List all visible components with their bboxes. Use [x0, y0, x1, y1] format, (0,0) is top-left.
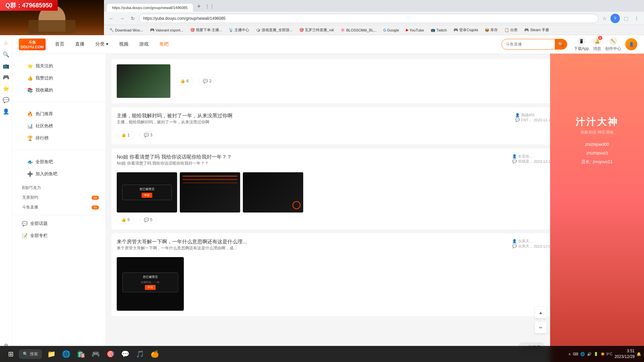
sub-item-valorant[interactable]: 无畏契约 99 — [12, 193, 106, 202]
left-icon-person[interactable]: 👤 — [1, 106, 11, 116]
more-button[interactable]: ⋮ — [632, 14, 641, 23]
taskbar-app-steam[interactable]: 🎮 — [89, 347, 102, 361]
nav-divider-3 — [12, 215, 106, 215]
bookmark-valorant-live[interactable]: 🎯 瓦罗兰特直播_val — [297, 26, 336, 34]
left-icon-chat[interactable]: 💬 — [1, 95, 11, 105]
nav-item-hot[interactable]: 🔥 热门推荐 — [20, 108, 98, 120]
creator-center-button[interactable]: ✏️ 创作中心 — [605, 37, 621, 52]
bookmark-game-live[interactable]: 🎲 游戏直播_全部游... — [253, 26, 295, 34]
nav-item-saved[interactable]: 📚 我收藏的 — [20, 84, 98, 96]
bookmark-valorant[interactable]: 🎮 Valorant esport... — [147, 27, 186, 33]
taskbar-app-files[interactable]: 📁 — [45, 347, 58, 361]
ban-appeal-btn[interactable]: 申诉 — [142, 193, 152, 198]
bookmark-steam[interactable]: 🎮 Steam 手册 — [522, 26, 552, 34]
bookmark-order[interactable]: 🎯 我要下单·主播... — [187, 26, 225, 34]
nav-item-hot-list[interactable]: 📊 社区热榜 — [20, 120, 98, 132]
sub-item-douyu[interactable]: 斗鱼直播 99 — [12, 202, 106, 212]
nav-item-liked[interactable]: 👍 我赞过的 — [20, 72, 98, 84]
taskbar-app-chat[interactable]: 💬 — [118, 347, 132, 361]
tab-menu-button[interactable]: ⋮⋮ — [205, 2, 214, 11]
post-top-comment[interactable]: 💬 2 — [199, 77, 216, 85]
tray-expand[interactable]: ∧ — [568, 352, 571, 356]
bookmark-button[interactable]: ☆ — [600, 14, 609, 23]
search-input[interactable] — [501, 39, 555, 50]
user-avatar[interactable]: 👤 — [625, 38, 637, 50]
left-nav-panel: ⭐ 我关注的 👍 我赞过的 📚 我收藏的 🔥 热门推荐 📊 社区热榜 — [12, 54, 106, 362]
post-2-comment[interactable]: 💬 5 — [140, 216, 157, 224]
post-2-likes: 5 — [127, 218, 130, 222]
bookmark-csgola[interactable]: 🎮 登录Csgola — [451, 26, 481, 34]
taskbar-app-chrome[interactable]: 🌐 — [59, 347, 73, 361]
post-3-channel-name: 台风天... — [518, 244, 532, 249]
bookmark-streamer-center[interactable]: 📡 主播中心 — [226, 26, 252, 34]
post-1-title[interactable]: 主播，能给我解封吗，被封了一年，从来没黑过你啊 — [117, 113, 232, 119]
taskbar-search[interactable]: 🔍 搜索 — [19, 349, 42, 359]
search-button[interactable]: 🔍 — [555, 39, 567, 50]
back-button[interactable]: ← — [107, 14, 116, 23]
post-1-like[interactable]: 👍 1 — [117, 131, 134, 139]
url-bar[interactable] — [139, 14, 598, 23]
taskbar-app-orange[interactable]: 🍊 — [148, 347, 161, 361]
bookmark-download-woo[interactable]: 🔧 Download Woo... — [107, 27, 146, 33]
left-icon-search[interactable]: 🔍 — [1, 49, 11, 59]
music-icon: 🎵 — [136, 350, 144, 358]
post-3-title[interactable]: 来个房管大哥解一下啊，一年什么意思啊还有这是什么理... — [117, 239, 507, 245]
post-2-like[interactable]: 👍 5 — [117, 216, 134, 224]
left-icon-home[interactable]: ⌂ — [1, 38, 11, 48]
sub-item-chocolate[interactable]: B加巧克力 — [12, 183, 106, 193]
main-content: 👍 6 💬 2 主播，能给我解封吗，被封了一年，从来没黑过你啊 主播 — [106, 54, 574, 362]
taskbar-clock[interactable]: 3:51 2023/12/29 — [614, 348, 635, 360]
taskbar-start-button[interactable]: ⊞ — [3, 346, 19, 362]
nav-live[interactable]: 直播 — [72, 40, 87, 49]
nav-item-all-fish[interactable]: 🐟 全部鱼吧 — [20, 156, 98, 168]
bookmark-youtube[interactable]: ▶ YouTube — [403, 27, 427, 33]
forward-button[interactable]: → — [117, 14, 127, 23]
bookmark-google[interactable]: G Google — [381, 27, 402, 33]
nav-section-hot: 🔥 热门推荐 📊 社区热榜 🏆 排行榜 — [12, 105, 106, 147]
refresh-button[interactable]: ↻ — [128, 14, 138, 23]
left-icon-live[interactable]: 📺 — [1, 61, 11, 71]
nav-games[interactable]: 游戏 — [137, 40, 151, 49]
nav-home[interactable]: 首页 — [52, 40, 67, 49]
topics-icon: 💬 — [21, 221, 28, 227]
bookmark-category[interactable]: 📋 分类 — [502, 26, 520, 34]
streamer-ids: zhizhipwd00 zhizhipwd3 店长: zmqovo11 — [581, 140, 612, 166]
left-sidebar: ⌂ 🔍 📺 🎮 ⭐ 💬 👤 ⚙ 🌙 — [0, 35, 12, 362]
post-2-title[interactable]: No姐 你看清楚了吗 我给你说话呢你给我封一年？？ — [117, 154, 507, 160]
browser-tab[interactable]: https://yuba.douyu.com/group/newall/1496… — [107, 4, 193, 12]
bookmark-twitch[interactable]: 📺 Twitch — [428, 27, 449, 33]
volume-icon[interactable]: 🔊 — [587, 352, 592, 356]
notification-btn[interactable]: 🔔 — [637, 352, 641, 356]
left-icon-game[interactable]: 🎮 — [1, 72, 11, 82]
taskbar-app-music[interactable]: 🎵 — [133, 347, 147, 361]
extensions-button[interactable]: ⬚ — [621, 14, 631, 23]
nav-video[interactable]: 视频 — [116, 40, 131, 49]
bookmark-inventory[interactable]: 📦 库存 — [482, 26, 500, 34]
ban-appeal-btn-2[interactable]: 申诉 — [145, 285, 156, 290]
sub-item-douyu-label: 斗鱼直播 — [22, 204, 38, 210]
rank-icon: 🏆 — [27, 135, 33, 141]
content-area: ⭐ 我关注的 👍 我赞过的 📚 我收藏的 🔥 热门推荐 📊 社区热榜 — [12, 54, 644, 362]
left-icon-star[interactable]: ⭐ — [1, 83, 11, 94]
download-app-button[interactable]: 📱 下载App — [574, 37, 589, 52]
nav-item-joined-fish[interactable]: ➕ 加入的鱼吧 — [20, 168, 98, 180]
nav-category[interactable]: 分类 ▾ — [93, 40, 111, 49]
profile-button[interactable]: 0 — [610, 14, 620, 23]
bookmark-blossom[interactable]: 🌸 BLOSSOMiii_BL... — [338, 27, 379, 33]
nav-forum[interactable]: 鱼吧 — [157, 40, 171, 49]
nav-item-topics[interactable]: 💬 全部话题 — [15, 218, 103, 229]
post-1-comment[interactable]: 💬 3 — [140, 131, 157, 139]
taskbar-app-store[interactable]: 🛍️ — [74, 347, 88, 361]
site-logo[interactable]: 斗鱼 DOUYU.COM — [19, 39, 46, 50]
nav-item-columns[interactable]: 📝 全部专栏 — [15, 230, 103, 241]
taskbar-app-game[interactable]: 🎯 — [104, 347, 117, 361]
post-3-author-name: 台风天... — [518, 239, 532, 244]
new-tab-button[interactable]: + — [194, 2, 204, 11]
post-top-like[interactable]: 👍 6 — [176, 77, 193, 85]
nav-item-rank[interactable]: 🏆 排行榜 — [20, 132, 98, 144]
scroll-compose-button[interactable]: ✏ — [535, 321, 547, 334]
weather-widget: ☀️ 9°C — [600, 352, 612, 356]
nav-item-following[interactable]: ⭐ 我关注的 — [20, 60, 98, 72]
scroll-up-button[interactable]: ▲ — [535, 306, 547, 318]
message-button[interactable]: 🔔 6 消息 — [593, 37, 601, 52]
